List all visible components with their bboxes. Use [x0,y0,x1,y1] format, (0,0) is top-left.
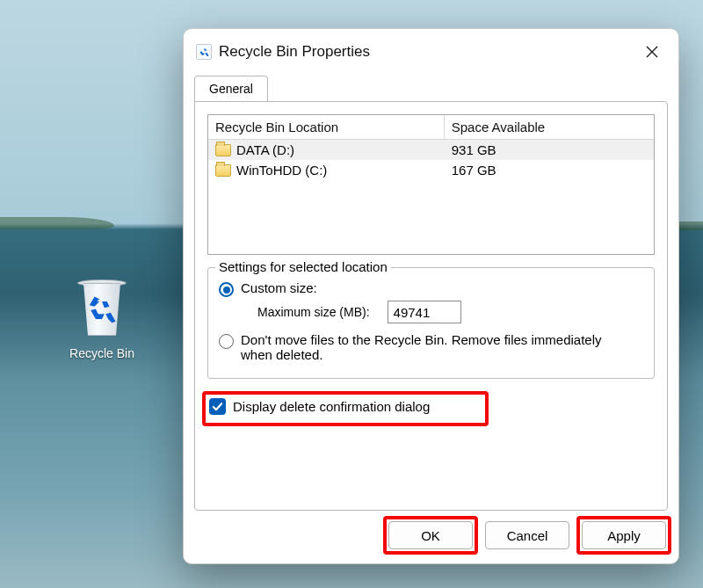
close-button[interactable] [638,38,666,66]
table-row[interactable]: DATA (D:) 931 GB [208,140,654,160]
tab-strip: General [184,75,678,101]
confirmation-checkbox-row[interactable]: Display delete confirmation dialog [207,393,482,420]
radio-custom-size-label: Custom size: [241,280,317,295]
folder-icon [215,164,231,177]
desktop-recycle-bin[interactable]: Recycle Bin [49,278,155,360]
recycle-bin-properties-dialog: Recycle Bin Properties General Recycle B… [183,28,679,564]
row-location: DATA (D:) [236,142,294,157]
radio-no-recycle-row[interactable]: Don't move files to the Recycle Bin. Rem… [219,332,643,362]
location-table: Recycle Bin Location Space Available DAT… [207,114,655,255]
titlebar: Recycle Bin Properties [184,29,678,75]
desktop-icon-label: Recycle Bin [49,346,155,360]
radio-custom-size[interactable] [219,282,234,297]
check-icon [212,401,223,412]
radio-custom-size-row[interactable]: Custom size: [219,280,643,297]
col-header-location[interactable]: Recycle Bin Location [208,115,445,140]
confirmation-checkbox[interactable] [209,398,226,415]
max-size-label: Maximum size (MB): [257,305,370,319]
dialog-button-row: OK Cancel Apply [184,521,678,563]
horizon-decor [0,217,114,229]
row-space: 931 GB [445,140,654,160]
col-header-space[interactable]: Space Available [445,115,654,140]
dialog-title: Recycle Bin Properties [219,43,638,61]
cancel-button[interactable]: Cancel [485,521,569,549]
folder-icon [215,144,231,156]
max-size-input[interactable] [388,301,461,323]
ok-button[interactable]: OK [388,521,473,549]
recycle-bin-icon [75,278,129,341]
tab-general[interactable]: General [194,76,268,102]
recycle-bin-titlebar-icon [196,44,212,60]
row-space: 167 GB [445,160,654,180]
fieldset-legend: Settings for selected location [215,259,391,274]
apply-button[interactable]: Apply [582,521,666,549]
radio-no-recycle[interactable] [219,334,234,349]
desktop-background: Recycle Bin Recycle Bin Properties Gener… [0,0,703,588]
settings-fieldset: Settings for selected location Custom si… [207,267,655,379]
max-size-row: Maximum size (MB): [257,301,643,323]
table-header: Recycle Bin Location Space Available [208,115,654,140]
row-location: WinToHDD (C:) [236,163,327,178]
confirmation-label: Display delete confirmation dialog [233,399,430,414]
tab-panel-general: Recycle Bin Location Space Available DAT… [194,101,668,511]
close-icon [646,46,658,58]
table-row[interactable]: WinToHDD (C:) 167 GB [208,160,654,180]
radio-no-recycle-label: Don't move files to the Recycle Bin. Rem… [241,332,610,362]
